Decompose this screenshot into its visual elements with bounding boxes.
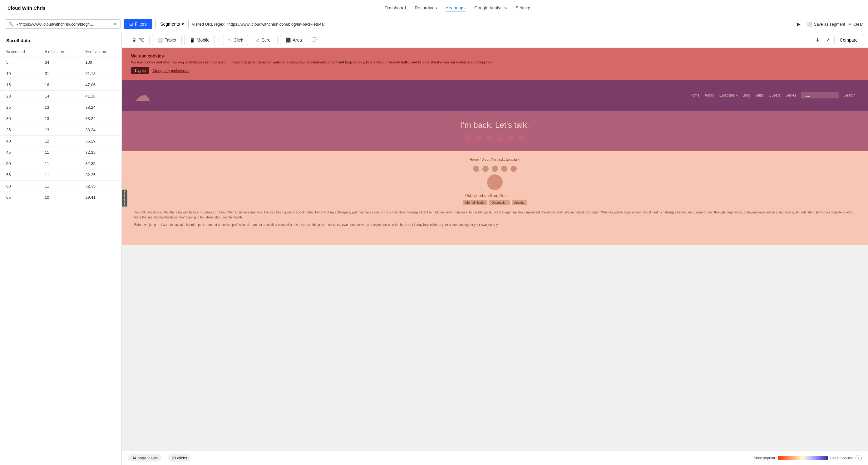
tab-pc[interactable]: 🖥 PC xyxy=(127,35,150,45)
social-icon-6[interactable] xyxy=(518,135,525,142)
visited-url-label: Visited URL regex: ^https://www\.cloudwi… xyxy=(192,22,794,27)
click-icon: ↖ xyxy=(228,37,232,42)
site-nav-home[interactable]: Home xyxy=(689,93,700,97)
cookie-change-button[interactable]: Change my preferences xyxy=(152,67,189,74)
site-nav-episodes[interactable]: Episodes ▾ xyxy=(719,93,738,97)
average-fold-marker: Average fold xyxy=(122,190,127,207)
table-row: 15 16 47.06 xyxy=(0,79,121,91)
cookie-agree-button[interactable]: I agree xyxy=(131,67,149,74)
tab-area[interactable]: ⬛ Area xyxy=(280,35,307,45)
site-nav-talks[interactable]: Talks xyxy=(755,93,764,97)
table-row: 60 11 32.35 xyxy=(0,181,121,192)
cell-pct: 38.24 xyxy=(79,113,121,124)
cell-visitors: 13 xyxy=(38,113,79,124)
table-row: 5 34 100 xyxy=(0,57,121,68)
social-icon-3[interactable] xyxy=(486,135,493,142)
tag-mental-health: Mental Health xyxy=(463,200,487,205)
divider-2 xyxy=(219,37,219,43)
filter-button[interactable]: ⊟ Filters xyxy=(124,19,152,29)
site-nav-about[interactable]: About xyxy=(705,93,714,97)
nav-heatmaps[interactable]: Heatmaps xyxy=(445,4,466,12)
site-nav-series[interactable]: Series xyxy=(785,93,796,97)
info-button[interactable]: ⓘ xyxy=(310,35,318,45)
download-icon-button[interactable]: ⬇ xyxy=(814,35,822,45)
cell-pct: 38.24 xyxy=(79,102,121,113)
tab-mobile-label: Mobile xyxy=(197,37,210,42)
nav-dashboard[interactable]: Dashboard xyxy=(385,4,406,12)
breadcrumb: Home / Blog / I'm back. Let's talk. xyxy=(134,157,856,161)
site-search-btn[interactable]: Search xyxy=(844,93,856,97)
tab-tablet-label: Tablet xyxy=(164,37,176,42)
table-row: 30 13 38.24 xyxy=(0,113,121,124)
save-segment-button[interactable]: ⬜ Save as segment xyxy=(807,22,845,27)
author-social-4[interactable] xyxy=(501,166,507,172)
tab-tablet[interactable]: ⬜ Tablet xyxy=(152,35,181,45)
url-input[interactable]: ~^https://www\.cloudwithchris\.com/blog/… xyxy=(16,22,111,27)
social-icon-1[interactable] xyxy=(465,135,472,142)
article-text-1: You will have noticed that there haven't… xyxy=(134,210,856,220)
cell-scrolled: 40 xyxy=(0,136,38,147)
cell-visitors: 14 xyxy=(38,91,79,102)
tab-scroll[interactable]: ◇ Scroll xyxy=(251,35,278,45)
legend-info-icon[interactable]: i xyxy=(856,455,862,461)
site-search-input[interactable] xyxy=(801,92,839,98)
social-icon-5[interactable] xyxy=(507,135,515,142)
nav-google-analytics[interactable]: Google Analytics xyxy=(474,4,507,12)
undo-icon: ↩ xyxy=(848,22,852,27)
close-url-icon[interactable]: ✕ xyxy=(113,22,117,27)
cell-scrolled: 20 xyxy=(0,91,38,102)
social-icon-2[interactable] xyxy=(475,135,483,142)
social-icons xyxy=(134,135,856,142)
cell-pct: 32.35 xyxy=(79,158,121,169)
article-tags: Mental Health Depression Anxiety xyxy=(134,200,856,205)
cell-scrolled: 55 xyxy=(0,169,38,181)
filter-icon: ⊟ xyxy=(129,22,133,27)
table-row: 45 11 32.35 xyxy=(0,147,121,158)
author-social-5[interactable] xyxy=(510,166,517,172)
cookie-title: We use cookies xyxy=(131,53,859,58)
play-icon[interactable]: ▶ xyxy=(797,22,801,27)
cell-visitors: 34 xyxy=(38,57,79,68)
table-row: 25 13 38.24 xyxy=(0,102,121,113)
share-icon-button[interactable]: ↗ xyxy=(824,35,832,45)
scroll-icon: ◇ xyxy=(256,37,259,42)
compare-button[interactable]: Compare xyxy=(834,35,863,45)
clear-button[interactable]: ↩ Clear xyxy=(848,22,863,27)
scroll-sidebar-title: Scroll data xyxy=(0,32,121,47)
site-nav-blog[interactable]: Blog xyxy=(743,93,750,97)
nav-links: Dashboard Recordings Heatmaps Google Ana… xyxy=(56,4,861,12)
search-icon: 🔍 xyxy=(8,22,13,27)
cookie-banner: We use cookies We use cookies and other … xyxy=(122,48,868,80)
author-social-3[interactable] xyxy=(492,166,498,172)
tab-mobile[interactable]: 📱 Mobile xyxy=(184,35,215,45)
cell-scrolled: 45 xyxy=(0,147,38,158)
cookie-text: We use cookies and other tracking techno… xyxy=(131,60,859,64)
cell-visitors: 10 xyxy=(38,192,79,203)
heatmap-area[interactable]: We use cookies We use cookies and other … xyxy=(122,48,868,451)
tab-click[interactable]: ↖ Click xyxy=(223,35,248,45)
site-nav-guests[interactable]: Guests xyxy=(769,93,781,97)
cell-visitors: 16 xyxy=(38,79,79,91)
social-icon-4[interactable] xyxy=(496,135,504,142)
hero-title: I'm back. Let's talk. xyxy=(134,120,856,130)
table-row: 35 13 38.24 xyxy=(0,124,121,136)
url-bar-row: 🔍 ~^https://www\.cloudwithchris\.com/blo… xyxy=(0,16,868,32)
article-text-2: Before we jump in, I want to caveat this… xyxy=(134,223,856,228)
segments-button[interactable]: Segments ▾ xyxy=(155,19,189,29)
cell-pct: 47.06 xyxy=(79,79,121,91)
author-social-1[interactable] xyxy=(473,166,479,172)
scroll-sidebar: Scroll data % scrolled # of visitors % o… xyxy=(0,32,122,465)
cell-scrolled: 15 xyxy=(0,79,38,91)
cell-pct: 29.41 xyxy=(79,192,121,203)
heatmap-preview: We use cookies We use cookies and other … xyxy=(122,48,868,245)
nav-settings[interactable]: Settings xyxy=(516,4,531,12)
nav-recordings[interactable]: Recordings xyxy=(415,4,437,12)
author-social-2[interactable] xyxy=(483,166,489,172)
scroll-table: % scrolled # of visitors % of visitors 5… xyxy=(0,47,121,203)
col-header-pct: % of visitors xyxy=(79,47,121,57)
site-logo: ☁ xyxy=(134,86,689,105)
brand-logo: Cloud With Chris xyxy=(7,5,45,11)
tab-scroll-label: Scroll xyxy=(261,37,272,42)
cell-pct: 35.29 xyxy=(79,136,121,147)
save-segment-label: Save as segment xyxy=(814,22,845,27)
